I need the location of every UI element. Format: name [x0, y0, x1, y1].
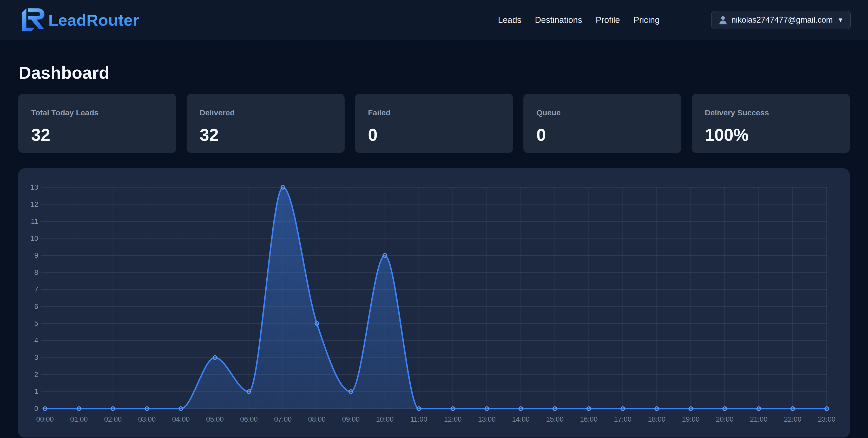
svg-text:10:00: 10:00: [376, 415, 394, 423]
stat-card-failed: Failed 0: [355, 94, 513, 153]
nav-item-destinations[interactable]: Destinations: [535, 15, 582, 25]
stat-value: 100%: [705, 125, 837, 145]
svg-text:18:00: 18:00: [648, 415, 665, 423]
svg-text:23:00: 23:00: [818, 415, 836, 423]
stats-row: Total Today Leads 32 Delivered 32 Failed…: [18, 94, 850, 153]
stat-value: 0: [536, 125, 669, 145]
svg-text:20:00: 20:00: [716, 415, 734, 423]
user-icon: [718, 15, 728, 25]
svg-text:9: 9: [34, 251, 38, 259]
svg-text:14:00: 14:00: [512, 415, 530, 423]
brand-name: LeadRouter: [48, 11, 139, 29]
stat-card-delivered: Delivered 32: [187, 94, 345, 153]
svg-text:07:00: 07:00: [274, 415, 292, 423]
svg-text:3: 3: [34, 353, 38, 362]
svg-text:10: 10: [30, 234, 38, 242]
app-header: LeadRouter Leads Destinations Profile Pr…: [0, 0, 868, 40]
svg-text:19:00: 19:00: [682, 415, 700, 423]
nav-item-pricing[interactable]: Pricing: [633, 15, 659, 25]
svg-text:0: 0: [34, 405, 38, 412]
svg-text:2: 2: [34, 371, 38, 378]
user-email: nikolas2747477@gmail.com: [731, 15, 833, 25]
svg-text:4: 4: [34, 337, 38, 344]
dashboard-main: Dashboard Total Today Leads 32 Delivered…: [0, 63, 868, 437]
svg-text:04:00: 04:00: [172, 415, 190, 423]
svg-text:6: 6: [34, 303, 38, 310]
page-title: Dashboard: [19, 63, 850, 83]
svg-text:15:00: 15:00: [546, 415, 564, 423]
svg-text:16:00: 16:00: [580, 415, 598, 423]
svg-text:21:00: 21:00: [750, 415, 768, 423]
svg-text:02:00: 02:00: [104, 415, 122, 423]
svg-text:06:00: 06:00: [240, 415, 258, 423]
stat-label: Failed: [368, 108, 500, 117]
svg-text:00:00: 00:00: [36, 415, 54, 423]
stat-value: 0: [368, 125, 500, 145]
stat-card-delivery-success: Delivery Success 100%: [692, 94, 850, 153]
svg-text:09:00: 09:00: [342, 415, 360, 423]
svg-text:12: 12: [30, 200, 38, 208]
main-nav: Leads Destinations Profile Pricing: [498, 15, 659, 25]
svg-text:13: 13: [30, 183, 38, 191]
svg-text:7: 7: [34, 285, 38, 293]
svg-text:8: 8: [34, 269, 38, 276]
user-menu[interactable]: nikolas2747477@gmail.com ▼: [711, 11, 851, 29]
stat-card-total-today-leads: Total Today Leads 32: [18, 94, 176, 153]
brand-logo[interactable]: LeadRouter: [18, 6, 139, 34]
stat-value: 32: [31, 125, 163, 145]
svg-text:08:00: 08:00: [308, 415, 326, 423]
leads-chart[interactable]: 01234567891011121300:0001:0002:0003:0004…: [18, 168, 850, 437]
svg-text:5: 5: [34, 319, 38, 327]
leads-chart-panel: 01234567891011121300:0001:0002:0003:0004…: [18, 168, 850, 437]
svg-text:22:00: 22:00: [784, 415, 802, 423]
svg-text:11: 11: [31, 217, 38, 225]
stat-card-queue: Queue 0: [523, 94, 681, 153]
chevron-down-icon: ▼: [837, 17, 844, 24]
nav-item-profile[interactable]: Profile: [596, 15, 620, 25]
svg-text:11:00: 11:00: [410, 415, 428, 423]
svg-text:17:00: 17:00: [614, 415, 632, 423]
stat-value: 32: [199, 125, 332, 145]
logo-lr-icon: [18, 6, 46, 34]
svg-text:12:00: 12:00: [444, 415, 462, 423]
svg-text:03:00: 03:00: [138, 415, 156, 423]
stat-label: Delivered: [199, 108, 332, 117]
stat-label: Total Today Leads: [31, 108, 163, 117]
stat-label: Delivery Success: [705, 108, 837, 117]
nav-item-leads[interactable]: Leads: [498, 15, 521, 25]
svg-text:1: 1: [34, 387, 38, 396]
svg-text:13:00: 13:00: [478, 415, 496, 423]
svg-text:01:00: 01:00: [70, 415, 88, 423]
svg-text:05:00: 05:00: [206, 415, 224, 423]
stat-label: Queue: [536, 108, 669, 117]
